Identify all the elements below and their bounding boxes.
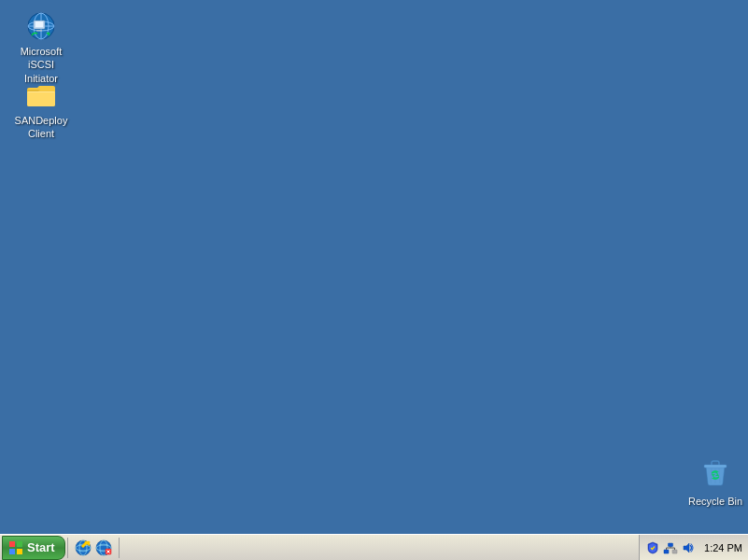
svg-rect-12 (9, 541, 15, 547)
quick-launch-ie[interactable] (74, 539, 92, 557)
start-label: Start (27, 540, 55, 554)
svg-marker-32 (684, 543, 689, 553)
tray-security-icon[interactable] (645, 540, 660, 555)
folder-icon (26, 80, 56, 110)
svg-rect-25 (664, 550, 669, 553)
svg-rect-8 (704, 465, 727, 468)
svg-rect-26 (672, 550, 677, 553)
taskbar-middle (121, 535, 639, 560)
svg-rect-31 (669, 543, 673, 547)
start-windows-icon (8, 540, 23, 555)
recycle-bin-icon (697, 454, 734, 491)
quick-launch (70, 539, 117, 557)
desktop: Microsoft iSCSI Initiator SANDeploy Clie… (0, 0, 748, 534)
svg-rect-15 (17, 549, 22, 554)
tray-network-icon[interactable] (663, 540, 678, 555)
system-tray: 1:24 PM (639, 535, 748, 560)
taskbar: Start (0, 534, 748, 560)
svg-rect-13 (17, 541, 22, 547)
tray-volume-icon[interactable] (681, 540, 696, 555)
quick-launch-ie2[interactable] (94, 539, 113, 557)
svg-rect-6 (35, 21, 43, 27)
icon-sandeploy-client[interactable]: SANDeploy Client (7, 77, 75, 145)
taskbar-divider (67, 538, 68, 558)
sandeploy-client-label: SANDeploy Client (11, 114, 71, 141)
clock: 1:24 PM (699, 542, 742, 553)
svg-rect-14 (9, 549, 15, 554)
taskbar-divider2 (119, 538, 120, 558)
icon-recycle-bin[interactable]: Recycle Bin (682, 450, 748, 511)
start-button[interactable]: Start (2, 536, 65, 560)
svg-rect-7 (36, 30, 42, 32)
recycle-bin-label: Recycle Bin (688, 495, 742, 508)
iscsi-icon (26, 11, 56, 41)
